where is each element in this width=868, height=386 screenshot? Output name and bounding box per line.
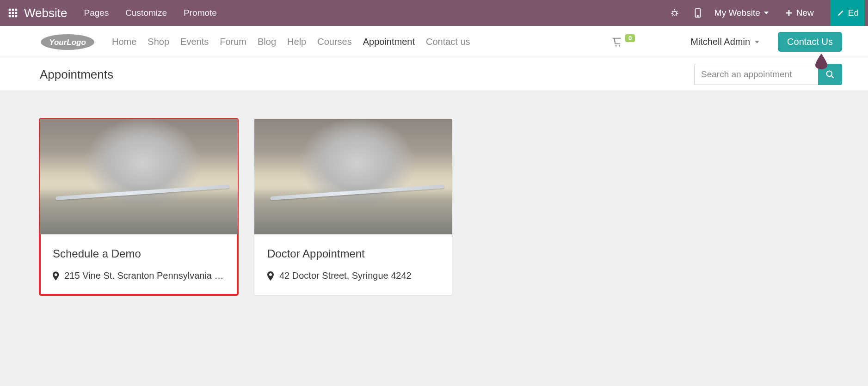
edit-button-label: Ed (848, 8, 859, 18)
cart-icon (611, 37, 622, 47)
site-navbar: YourLogo Home Shop Events Forum Blog Hel… (0, 26, 868, 58)
svg-point-17 (619, 45, 620, 46)
svg-line-19 (831, 76, 834, 78)
search-input[interactable] (694, 64, 818, 85)
svg-rect-1 (12, 9, 14, 11)
appointment-card[interactable]: Schedule a Demo 215 Vine St. Scranton Pe… (40, 119, 238, 295)
topbar-menu-customize[interactable]: Customize (125, 8, 167, 18)
appointment-card-address: 42 Doctor Street, Syringue 4242 (279, 270, 412, 281)
nav-link-blog[interactable]: Blog (258, 37, 276, 47)
svg-text:YourLogo: YourLogo (49, 38, 86, 47)
svg-rect-2 (15, 9, 18, 11)
drop-indicator-icon (815, 54, 827, 69)
edit-button[interactable]: Ed (831, 0, 864, 26)
editor-topbar: Website Pages Customize Promote My Websi… (0, 0, 868, 26)
plus-icon (785, 9, 793, 17)
caret-down-icon (764, 12, 769, 14)
mobile-preview-icon[interactable] (691, 6, 704, 19)
map-pin-icon (267, 271, 274, 281)
appointment-card-title: Schedule a Demo (53, 247, 225, 260)
svg-point-16 (616, 45, 617, 46)
contact-us-button[interactable]: Contact Us (778, 32, 842, 52)
topbar-menu-promote[interactable]: Promote (184, 8, 217, 18)
appointment-card-address: 215 Vine St. Scranton Pennsylvania 18… (64, 270, 225, 281)
topbar-app-name: Website (24, 6, 67, 20)
topbar-menu-pages[interactable]: Pages (84, 8, 109, 18)
site-logo[interactable]: YourLogo (40, 33, 95, 51)
user-menu[interactable]: Mitchell Admin (690, 37, 759, 47)
appointment-card-image (254, 119, 452, 234)
nav-link-contact-us[interactable]: Contact us (426, 37, 470, 47)
appointment-card-location: 215 Vine St. Scranton Pennsylvania 18… (53, 270, 225, 281)
appointment-card[interactable]: Doctor Appointment 42 Doctor Street, Syr… (254, 119, 452, 295)
page-subheader: Appointments (0, 58, 868, 91)
map-pin-icon (53, 271, 59, 281)
svg-rect-13 (786, 12, 792, 14)
nav-link-events[interactable]: Events (180, 37, 209, 47)
svg-point-9 (673, 12, 677, 15)
apps-icon[interactable] (4, 4, 22, 22)
site-nav-links: Home Shop Events Forum Blog Help Courses… (112, 37, 470, 47)
appointment-card-image (40, 119, 238, 234)
nav-link-home[interactable]: Home (112, 37, 136, 47)
nav-link-courses[interactable]: Courses (317, 37, 351, 47)
appointment-card-title: Doctor Appointment (267, 247, 439, 260)
website-switcher[interactable]: My Website (714, 8, 769, 18)
new-page-button[interactable]: New (779, 0, 820, 26)
cart-button[interactable]: 0 (611, 37, 635, 47)
svg-rect-7 (12, 15, 14, 18)
pencil-icon (837, 9, 844, 17)
appointment-card-location: 42 Doctor Street, Syringue 4242 (267, 270, 439, 281)
user-name-label: Mitchell Admin (690, 37, 750, 47)
svg-rect-0 (9, 9, 11, 11)
svg-rect-4 (12, 12, 14, 14)
svg-point-18 (827, 71, 832, 77)
search-icon (825, 70, 835, 79)
nav-link-appointment[interactable]: Appointment (363, 37, 415, 47)
website-switcher-label: My Website (714, 8, 760, 18)
svg-rect-8 (15, 15, 18, 18)
topbar-menu: Pages Customize Promote (84, 8, 216, 18)
nav-link-forum[interactable]: Forum (220, 37, 246, 47)
svg-rect-6 (9, 15, 11, 18)
cart-badge: 0 (625, 34, 635, 42)
appointment-cards-grid: Schedule a Demo 215 Vine St. Scranton Pe… (0, 91, 868, 323)
caret-down-icon (755, 41, 759, 43)
new-page-label: New (796, 8, 814, 18)
svg-rect-5 (15, 12, 18, 14)
svg-point-11 (697, 16, 698, 17)
page-title: Appointments (40, 67, 113, 82)
svg-rect-3 (9, 12, 11, 14)
bug-icon[interactable] (668, 6, 681, 19)
nav-link-shop[interactable]: Shop (148, 37, 169, 47)
nav-link-help[interactable]: Help (287, 37, 306, 47)
